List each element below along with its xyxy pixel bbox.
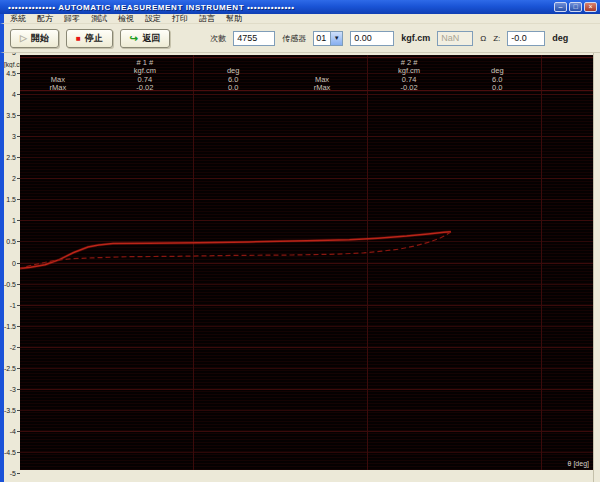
y-tick-label: -4.5 xyxy=(4,448,20,456)
title-bar: •••••••••••••• AUTOMATIC MEASUREMENT INS… xyxy=(0,0,600,14)
y-tick-label: 3.5 xyxy=(6,112,20,120)
window-title: •••••••••••••• AUTOMATIC MEASUREMENT INS… xyxy=(8,3,552,12)
close-button[interactable]: × xyxy=(584,2,597,12)
stats-row-label: rMax xyxy=(314,83,331,92)
y-tick-label: 0.5 xyxy=(6,238,20,246)
menu-item-4[interactable]: 測試 xyxy=(91,13,107,24)
status-bar xyxy=(20,470,593,482)
stats-overlay: # 1 #kgf.cmdegMax0.746.0rMax-0.020.0# 2 … xyxy=(20,55,593,95)
stop-button[interactable]: ■ 停止 xyxy=(66,29,113,48)
y-tick-label: -1 xyxy=(10,301,20,309)
menu-item-2[interactable]: 配方 xyxy=(37,13,53,24)
stats-value: -0.02 xyxy=(401,83,418,92)
chart-area: # 1 #kgf.cmdegMax0.746.0rMax-0.020.0# 2 … xyxy=(20,55,593,470)
y-tick-label: -1.5 xyxy=(4,322,20,330)
z-input[interactable] xyxy=(507,31,545,46)
y-tick-label: 0 xyxy=(12,259,20,267)
y-tick-label: -4 xyxy=(10,427,20,435)
sensor-label: 传感器 xyxy=(282,33,306,44)
z-label: Z: xyxy=(493,34,500,43)
stop-icon: ■ xyxy=(76,34,81,43)
y-tick-label: -0.5 xyxy=(4,280,20,288)
menu-bar: 系統配方歸零測試檢視設定打印語言幫助 xyxy=(0,14,600,24)
stop-button-label: 停止 xyxy=(85,32,103,45)
torque-unit-label: kgf.cm xyxy=(401,33,430,43)
y-tick-label: -5 xyxy=(10,470,20,478)
y-tick-label: 1.5 xyxy=(6,196,20,204)
torque-input[interactable] xyxy=(350,31,394,46)
y-tick-label: 2 xyxy=(12,175,20,183)
right-frame-strip xyxy=(593,53,600,482)
back-button-label: 返回 xyxy=(142,32,160,45)
x-axis-unit-label: θ [deg] xyxy=(568,460,589,467)
menu-item-3[interactable]: 歸零 xyxy=(64,13,80,24)
z-unit-label: deg xyxy=(552,33,568,43)
menu-item-6[interactable]: 設定 xyxy=(145,13,161,24)
y-tick-label: 4 xyxy=(12,91,20,99)
resistance-input xyxy=(437,31,473,46)
app-window: •••••••••••••• AUTOMATIC MEASUREMENT INS… xyxy=(0,0,600,482)
stats-value: 0.0 xyxy=(228,83,238,92)
y-tick-label: -2.5 xyxy=(4,364,20,372)
toolbar: ▷ 開始 ■ 停止 ↪ 返回 次數 传感器 01 ▼ kgf.cm Ω Z: d… xyxy=(0,24,600,53)
stats-value: -0.02 xyxy=(136,83,153,92)
minimize-button[interactable]: – xyxy=(554,2,567,12)
maximize-button[interactable]: □ xyxy=(569,2,582,12)
return-arrow-icon: ↪ xyxy=(130,33,138,44)
y-axis-unit-label: [kgf.cm xyxy=(4,61,20,68)
y-tick-label: 5 xyxy=(12,53,20,57)
y-axis: [kgf.cm 54.543.532.521.510.50-0.5-1-1.5-… xyxy=(4,53,20,482)
play-icon: ▷ xyxy=(20,33,27,43)
start-button-label: 開始 xyxy=(31,32,49,45)
measurement-plot xyxy=(20,55,593,470)
chevron-down-icon[interactable]: ▼ xyxy=(330,32,342,45)
resistance-unit-label: Ω xyxy=(480,34,486,43)
back-button[interactable]: ↪ 返回 xyxy=(120,29,170,48)
y-tick-label: 2.5 xyxy=(6,154,20,162)
menu-item-1[interactable]: 系統 xyxy=(10,13,26,24)
menu-item-9[interactable]: 幫助 xyxy=(226,13,242,24)
main-content: [kgf.cm 54.543.532.521.510.50-0.5-1-1.5-… xyxy=(0,53,600,482)
y-tick-label: 1 xyxy=(12,217,20,225)
sensor-select-value: 01 xyxy=(314,32,330,45)
y-tick-label: 4.5 xyxy=(6,70,20,78)
y-tick-label: -3 xyxy=(10,385,20,393)
stats-row-label: rMax xyxy=(49,83,66,92)
count-input[interactable] xyxy=(233,31,275,46)
menu-item-5[interactable]: 檢視 xyxy=(118,13,134,24)
y-tick-label: 3 xyxy=(12,133,20,141)
menu-item-8[interactable]: 語言 xyxy=(199,13,215,24)
menu-item-7[interactable]: 打印 xyxy=(172,13,188,24)
stats-value: 0.0 xyxy=(492,83,502,92)
count-label: 次數 xyxy=(210,33,226,44)
y-tick-label: -3.5 xyxy=(4,406,20,414)
y-tick-label: -2 xyxy=(10,343,20,351)
start-button[interactable]: ▷ 開始 xyxy=(10,29,59,48)
sensor-select[interactable]: 01 ▼ xyxy=(313,31,343,46)
